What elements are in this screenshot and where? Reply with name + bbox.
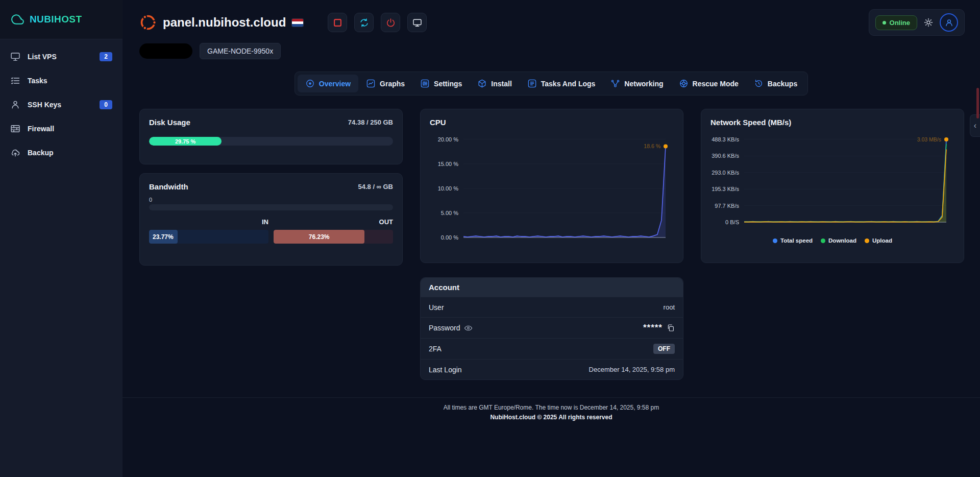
cpu-chart: 0.00 %5.00 %10.00 %15.00 %20.00 %18.6 %: [430, 132, 674, 249]
count-badge: 0: [100, 100, 112, 109]
tab-label: Backups: [768, 80, 797, 88]
password-masked-value: *****: [643, 323, 663, 333]
user-icon: [944, 18, 954, 28]
sidebar-item-list-vps[interactable]: List VPS 2: [0, 44, 122, 68]
account-row-value: December 14, 2025, 9:58 pm: [589, 366, 675, 373]
sidebar-item-ssh-keys[interactable]: SSH Keys 0: [0, 92, 122, 116]
graphs-icon: [366, 79, 376, 88]
sidebar-item-firewall[interactable]: Firewall: [0, 116, 122, 140]
disk-progress-fill: 29.75 %: [149, 137, 222, 146]
ubuntu-logo-icon: [139, 14, 157, 31]
tab-rescue-mode[interactable]: Rescue Mode: [671, 75, 746, 92]
svg-text:3.03 MB/s: 3.03 MB/s: [917, 136, 941, 142]
user-menu-button[interactable]: [940, 13, 958, 32]
stop-button[interactable]: [328, 13, 347, 32]
tab-install[interactable]: Install: [470, 75, 519, 92]
scrollbar-thumb[interactable]: [976, 88, 979, 118]
sidebar-item-tasks[interactable]: Tasks: [0, 68, 122, 92]
overview-icon: [305, 79, 315, 88]
bandwidth-out-percent: 76.23%: [309, 233, 330, 241]
stop-icon: [333, 18, 342, 27]
disk-usage-title: Disk Usage: [149, 118, 190, 127]
legend-dot-icon: [773, 238, 777, 243]
sidebar-item-label: Tasks: [28, 77, 47, 85]
bandwidth-value: 54.8 / ∞ GB: [358, 183, 393, 190]
svg-text:195.3 KB/s: 195.3 KB/s: [712, 186, 739, 192]
console-button[interactable]: [407, 13, 427, 32]
tab-networking[interactable]: Networking: [603, 75, 671, 92]
tab-settings[interactable]: Settings: [412, 75, 470, 92]
legend-label: Upload: [872, 237, 892, 244]
disk-usage-value: 74.38 / 250 GB: [348, 118, 393, 126]
footer-copyright-text: NubiHost.cloud © 2025 All rights reserve…: [122, 414, 980, 421]
network-chart-title: Network Speed (MB/s): [710, 118, 791, 127]
svg-text:293.0 KB/s: 293.0 KB/s: [712, 170, 739, 176]
power-button[interactable]: [381, 13, 400, 32]
network-chart: 0 B/S97.7 KB/s195.3 KB/s293.0 KB/s390.6 …: [710, 132, 954, 233]
bandwidth-out-fill: 76.23%: [274, 230, 364, 244]
bandwidth-in-percent: 23.77%: [153, 233, 174, 241]
status-badge: Online: [875, 15, 917, 30]
legend-item[interactable]: Upload: [865, 237, 892, 244]
bandwidth-card: Bandwidth 54.8 / ∞ GB 0 IN 23.77%: [139, 173, 403, 266]
svg-text:18.6 %: 18.6 %: [644, 143, 660, 149]
refresh-icon: [359, 18, 369, 28]
copy-icon[interactable]: [667, 324, 675, 332]
tab-label: Install: [491, 80, 511, 88]
brand: NUBIHOST: [0, 0, 122, 39]
monitor-icon: [10, 52, 20, 62]
cpu-card: CPU 0.00 %5.00 %10.00 %15.00 %20.00 %18.…: [420, 109, 683, 263]
restart-button[interactable]: [354, 13, 374, 32]
count-badge: 2: [100, 52, 112, 61]
account-card-title: Account: [421, 278, 683, 297]
bandwidth-track: [149, 204, 393, 210]
sidebar: NUBIHOST List VPS 2 Tasks S: [0, 0, 122, 477]
account-row-2fa: 2FA OFF: [421, 338, 683, 359]
redacted-ip: [139, 43, 192, 59]
vps-meta-row: GAME-NODE-9950x: [122, 43, 980, 59]
svg-text:10.00 %: 10.00 %: [438, 185, 459, 192]
eye-icon[interactable]: [464, 324, 473, 332]
brand-name: NUBIHOST: [30, 14, 82, 25]
svg-text:5.00 %: 5.00 %: [441, 210, 458, 216]
legend-dot-icon: [821, 238, 825, 243]
account-card: Account User root Password **: [420, 277, 683, 380]
tab-backups[interactable]: Backups: [746, 75, 805, 92]
svg-text:488.3 KB/s: 488.3 KB/s: [712, 136, 739, 142]
tasks-list-icon: [10, 76, 20, 86]
sun-icon: [924, 18, 933, 27]
cloud-upload-icon: [10, 148, 20, 158]
page: NUBIHOST List VPS 2 Tasks S: [0, 0, 980, 477]
svg-text:97.7 KB/s: 97.7 KB/s: [715, 203, 739, 209]
tab-graphs[interactable]: Graphs: [358, 75, 412, 92]
account-row-label: Last Login: [429, 366, 462, 374]
tab-label: Graphs: [380, 80, 405, 88]
network-chart-legend: Total speedDownloadUpload: [710, 237, 954, 244]
bandwidth-out-label: OUT: [274, 218, 393, 226]
sidebar-item-label: Firewall: [28, 125, 54, 133]
firewall-icon: [10, 124, 20, 134]
account-row-user: User root: [421, 297, 683, 317]
tab-tasks-and-logs[interactable]: Tasks And Logs: [520, 75, 603, 92]
sidebar-item-label: SSH Keys: [28, 101, 61, 109]
netherlands-flag-icon: [292, 19, 303, 27]
install-icon: [477, 79, 487, 88]
account-row-label: User: [429, 303, 444, 312]
cpu-chart-title: CPU: [430, 118, 446, 127]
2fa-status-badge[interactable]: OFF: [653, 344, 675, 354]
bandwidth-title: Bandwidth: [149, 182, 188, 191]
online-label: Online: [890, 19, 910, 27]
tab-overview[interactable]: Overview: [298, 75, 358, 92]
sidebar-item-backup[interactable]: Backup: [0, 140, 122, 164]
legend-item[interactable]: Download: [821, 237, 856, 244]
legend-item[interactable]: Total speed: [773, 237, 813, 244]
theme-toggle-button[interactable]: [924, 18, 933, 27]
status-card: Online: [869, 9, 965, 36]
chevron-left-icon: ‹: [974, 121, 976, 130]
tab-bar: Overview Graphs Settings Install Tasks A…: [295, 71, 808, 96]
account-row-value: root: [664, 303, 675, 311]
cloud-logo-icon: [10, 13, 26, 26]
legend-dot-icon: [865, 238, 869, 243]
bandwidth-in-bar: 23.77%: [149, 230, 268, 244]
rescue-mode-icon: [679, 79, 689, 88]
